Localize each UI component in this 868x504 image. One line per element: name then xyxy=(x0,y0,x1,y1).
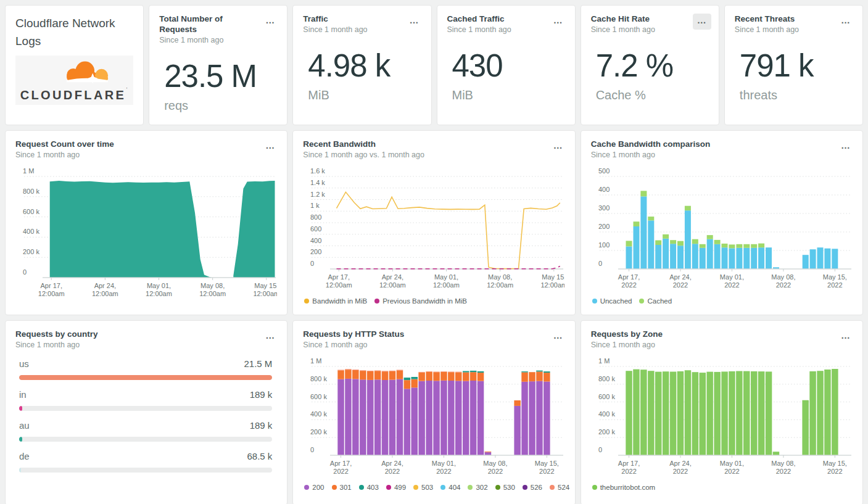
svg-text:600 k: 600 k xyxy=(310,393,327,400)
chart-row-2: Requests by country Since 1 month ago … … xyxy=(5,320,863,504)
legend-item[interactable]: 524 xyxy=(550,484,569,491)
svg-text:0: 0 xyxy=(598,260,602,267)
country-bar-track xyxy=(19,375,272,380)
svg-text:1 M: 1 M xyxy=(23,167,34,175)
panel-title: Request Count over time xyxy=(15,139,114,149)
country-value: 21.5 M xyxy=(244,358,272,369)
country-bar-track xyxy=(19,437,272,442)
svg-text:Apr 17,: Apr 17, xyxy=(618,460,639,467)
requests-by-zone-chart[interactable]: 1 M800 k600 k400 k200 k0Apr 17,2022Apr 2… xyxy=(591,357,853,476)
legend-label: Cached xyxy=(647,297,672,305)
legend-label: 403 xyxy=(367,484,379,491)
panel-menu-button[interactable]: … xyxy=(405,14,424,30)
svg-text:May 15,: May 15, xyxy=(254,282,277,289)
legend-item[interactable]: 530 xyxy=(495,484,515,491)
legend-item[interactable]: 526 xyxy=(523,484,542,491)
legend-item[interactable]: 404 xyxy=(440,484,460,491)
svg-text:12:00am: 12:00am xyxy=(326,281,352,289)
svg-text:12:00am: 12:00am xyxy=(92,290,118,297)
legend-dot-icon xyxy=(304,299,309,304)
country-bar xyxy=(19,375,272,380)
panel-menu-button[interactable]: … xyxy=(693,14,711,30)
stat-value: 7.2 % xyxy=(596,48,713,84)
svg-text:12:00am: 12:00am xyxy=(199,290,226,297)
panel-cache-hit-rate: Cache Hit Rate Since 1 month ago … 7.2 %… xyxy=(581,5,719,125)
panel-menu-button[interactable]: … xyxy=(261,14,279,30)
svg-text:Apr 17,: Apr 17, xyxy=(330,460,352,467)
panel-title: Cached Traffic xyxy=(447,14,511,24)
svg-text:800 k: 800 k xyxy=(310,375,327,382)
svg-text:2022: 2022 xyxy=(621,281,636,289)
legend-dot-icon xyxy=(550,485,555,490)
svg-text:2022: 2022 xyxy=(539,468,554,475)
panel-title: Requests by HTTP Status xyxy=(303,329,404,339)
panel-subtitle: Since 1 month ago xyxy=(15,151,114,159)
svg-text:200 k: 200 k xyxy=(23,248,39,255)
legend-dot-icon xyxy=(359,485,364,490)
legend-item[interactable]: 302 xyxy=(468,484,487,491)
legend-item[interactable]: Cached xyxy=(639,297,672,305)
panel-subtitle: Since 1 month ago xyxy=(735,25,799,34)
legend-item[interactable]: 503 xyxy=(413,484,433,491)
legend-item[interactable]: 200 xyxy=(304,484,324,491)
legend-dot-icon xyxy=(592,299,597,304)
legend-label: 404 xyxy=(448,484,460,491)
svg-text:300: 300 xyxy=(598,204,610,212)
svg-text:2022: 2022 xyxy=(827,281,842,289)
stat-value: 4.98 k xyxy=(308,48,424,84)
svg-text:Apr 24,: Apr 24, xyxy=(382,273,403,281)
legend-dot-icon xyxy=(332,485,337,490)
svg-text:2022: 2022 xyxy=(621,468,636,475)
request-count-chart[interactable]: 1 M800 k600 k400 k200 k0Apr 17,12:00amAp… xyxy=(15,167,277,299)
panel-menu-button[interactable]: … xyxy=(549,139,568,155)
legend-label: 302 xyxy=(476,484,487,491)
legend-dot-icon xyxy=(304,485,309,490)
stat-unit: threats xyxy=(740,88,856,102)
legend-item[interactable]: Previous Bandwidth in MiB xyxy=(374,297,467,305)
panel-menu-button[interactable]: … xyxy=(837,329,855,345)
svg-text:CLOUDFLARE: CLOUDFLARE xyxy=(20,88,126,102)
svg-text:May 08,: May 08, xyxy=(484,460,508,467)
legend-dot-icon xyxy=(386,485,391,490)
svg-text:1.4 k: 1.4 k xyxy=(310,179,325,186)
legend-dot-icon xyxy=(468,485,473,490)
cloud-icon xyxy=(67,61,108,83)
svg-text:May 01,: May 01, xyxy=(432,460,456,467)
legend-item[interactable]: Bandwidth in MiB xyxy=(304,297,367,305)
cache-bandwidth-chart[interactable]: 5004003002001000Apr 17,2022Apr 24,2022Ma… xyxy=(591,167,853,290)
legend-dot-icon xyxy=(374,299,379,304)
svg-text:May 15,: May 15, xyxy=(822,273,846,281)
legend-label: 526 xyxy=(531,484,542,491)
svg-text:2022: 2022 xyxy=(775,281,790,289)
legend-item[interactable]: Uncached xyxy=(592,297,632,305)
legend-item[interactable]: theburritobot.com xyxy=(592,484,656,491)
recent-bandwidth-chart[interactable]: 1.6 k1.4 k1.2 k1 k8006004002000Apr 17,12… xyxy=(303,167,564,290)
panel-subtitle: Since 1 month ago xyxy=(591,341,663,349)
panel-menu-button[interactable]: … xyxy=(549,14,568,30)
svg-text:600 k: 600 k xyxy=(598,393,615,400)
country-code: au xyxy=(19,420,30,431)
legend-item[interactable]: 301 xyxy=(332,484,352,491)
legend-item[interactable]: 403 xyxy=(359,484,379,491)
svg-text:Apr 17,: Apr 17, xyxy=(328,273,350,281)
svg-text:0: 0 xyxy=(23,268,27,276)
country-code: de xyxy=(19,451,30,461)
panel-menu-button[interactable]: … xyxy=(837,139,855,155)
panel-requests-by-http-status: Requests by HTTP Status Since 1 month ag… xyxy=(292,320,575,504)
panel-subtitle: Since 1 month ago vs. 1 month ago xyxy=(303,151,424,159)
panel-menu-button[interactable]: … xyxy=(549,329,568,345)
panel-title: Recent Threats xyxy=(735,14,799,24)
svg-text:400 k: 400 k xyxy=(23,228,39,235)
svg-text:2022: 2022 xyxy=(437,468,452,475)
dashboard-title: Cloudflare Network Logs xyxy=(15,14,133,50)
panel-menu-button[interactable]: … xyxy=(837,14,855,30)
svg-text:1.2 k: 1.2 k xyxy=(310,191,325,198)
svg-text:2022: 2022 xyxy=(775,468,790,475)
legend-item[interactable]: 499 xyxy=(386,484,406,491)
http-status-chart[interactable]: 1 M800 k600 k400 k200 k0Apr 17,2022Apr 2… xyxy=(303,357,564,476)
panel-subtitle: Since 1 month ago xyxy=(303,25,367,34)
panel-menu-button[interactable]: … xyxy=(261,139,279,155)
svg-text:400: 400 xyxy=(598,186,610,193)
svg-text:100: 100 xyxy=(598,241,610,249)
panel-menu-button[interactable]: … xyxy=(261,329,279,345)
